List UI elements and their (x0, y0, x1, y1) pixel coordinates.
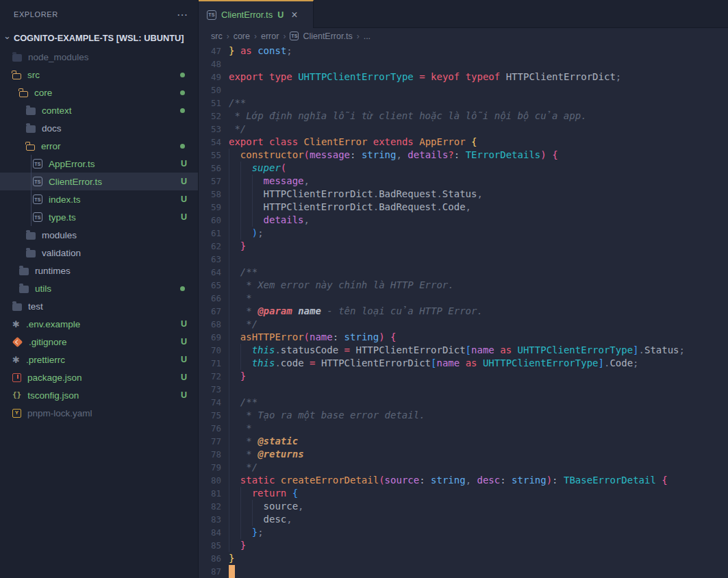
breadcrumb-item[interactable]: src (211, 32, 223, 41)
tab-clienterror-ts[interactable]: TS ClientError.ts U × (199, 0, 314, 28)
breadcrumb: src›core›error›TSClientError.ts›... (199, 28, 728, 44)
code-line-content: asHTTPError(name: string) { (229, 331, 396, 344)
line-number: 83 (199, 513, 229, 526)
code-line[interactable]: 58HTTPClientErrorDict.BadRequest.Status, (199, 188, 728, 201)
code-line[interactable]: 47} as const; (199, 45, 728, 58)
git-untracked-badge: U (181, 337, 187, 347)
code-line[interactable]: 83desc, (199, 513, 728, 526)
tree-item-core[interactable]: core (0, 84, 198, 101)
indent-guide (229, 357, 240, 370)
tree-item-apperror-ts[interactable]: TSAppError.tsU (0, 155, 198, 173)
tree-item-label: package.json (27, 373, 82, 383)
code-line-content: desc, (229, 513, 292, 526)
code-line[interactable]: 62} (199, 240, 728, 253)
tree-item--gitignore[interactable]: .gitignoreU (0, 333, 198, 351)
code-line[interactable]: 72} (199, 370, 728, 383)
tree-item-context[interactable]: context (0, 101, 198, 119)
tree-item-tsconfig-json[interactable]: {}tsconfig.jsonU (0, 386, 198, 404)
code-line[interactable]: 59HTTPClientErrorDict.BadRequest.Code, (199, 201, 728, 214)
code-editor[interactable]: 47} as const;4849export type UHTTPClient… (199, 44, 728, 578)
code-line[interactable]: 48 (199, 58, 728, 71)
line-number: 69 (199, 331, 229, 344)
close-icon[interactable]: × (291, 10, 297, 21)
code-line[interactable]: 78 * @returns (199, 448, 728, 461)
code-line[interactable]: 50 (199, 84, 728, 97)
tree-item-error[interactable]: error (0, 137, 198, 155)
breadcrumb-item-label: src (211, 32, 223, 41)
breadcrumb-item[interactable]: error (261, 32, 279, 41)
code-line[interactable]: 53 */ (199, 123, 728, 136)
code-line[interactable]: 82source, (199, 500, 728, 513)
indent-guide (229, 448, 240, 461)
tree-item-index-ts[interactable]: TSindex.tsU (0, 190, 198, 208)
code-line[interactable]: 74/** (199, 396, 728, 409)
indent-guide (252, 513, 264, 526)
tab-git-status-badge: U (277, 10, 284, 20)
tree-item-test[interactable]: test (0, 297, 198, 315)
code-line[interactable]: 81return { (199, 487, 728, 500)
code-line-content: } (229, 552, 234, 565)
workspace-root-row[interactable]: ⌄ COGNITO-EXAMPLE-TS [WSL: UBUNTU] (0, 29, 198, 47)
tree-item-node-modules[interactable]: node_modules (0, 48, 198, 66)
tree-item-type-ts[interactable]: TStype.tsU (0, 208, 198, 226)
code-line[interactable]: 64/** (199, 266, 728, 279)
code-line[interactable]: 76 * (199, 422, 728, 435)
code-line[interactable]: 85} (199, 539, 728, 552)
code-line[interactable]: 75 * Tạo ra một base error detail. (199, 409, 728, 422)
tree-item-utils[interactable]: utils (0, 279, 198, 297)
tree-item-docs[interactable]: docs (0, 119, 198, 137)
code-line-content: static createErrorDetail(source: string,… (229, 474, 668, 487)
code-line-content: * Tạo ra một base error detail. (229, 409, 425, 422)
code-line[interactable]: 77 * @static (199, 435, 728, 448)
indent-guide (240, 513, 252, 526)
code-line[interactable]: 63 (199, 253, 728, 266)
tree-item-clienterror-ts[interactable]: TSClientError.tsU (0, 173, 198, 190)
tree-item-validation[interactable]: validation (0, 244, 198, 262)
explorer-more-actions-icon[interactable]: ⋯ (177, 8, 188, 21)
code-line[interactable]: 60details, (199, 214, 728, 227)
line-number: 47 (199, 45, 229, 58)
code-line[interactable]: 84}; (199, 526, 728, 539)
folder-icon (26, 232, 36, 240)
code-line[interactable]: 67 * @param name - tên loại của HTTP Err… (199, 305, 728, 318)
code-line[interactable]: 56super( (199, 162, 728, 175)
tree-item-pnpm-lock-yaml[interactable]: Ypnpm-lock.yaml (0, 404, 198, 422)
code-line[interactable]: 54export class ClientError extends AppEr… (199, 136, 728, 149)
code-line[interactable]: 57message, (199, 175, 728, 188)
tree-item-modules[interactable]: modules (0, 226, 198, 244)
code-line[interactable]: 52 * Lớp định nghĩa lỗi từ client hoặc l… (199, 110, 728, 123)
tree-item--prettierrc[interactable]: ✱.prettierrcU (0, 351, 198, 368)
code-line[interactable]: 68 */ (199, 318, 728, 331)
folder-icon (26, 108, 36, 115)
tree-item-src[interactable]: src (0, 66, 198, 84)
breadcrumb-item[interactable]: ... (364, 32, 371, 41)
line-number: 76 (199, 422, 229, 435)
tree-item-runtimes[interactable]: runtimes (0, 262, 198, 279)
code-line[interactable]: 79 */ (199, 461, 728, 474)
indent-guide (229, 513, 240, 526)
code-line[interactable]: 70this.statusCode = HTTPClientErrorDict[… (199, 344, 728, 357)
code-line[interactable]: 69asHTTPError(name: string) { (199, 331, 728, 344)
code-line[interactable]: 51/** (199, 97, 728, 110)
code-line[interactable]: 71this.code = HTTPClientErrorDict[name a… (199, 357, 728, 370)
git-untracked-badge: U (181, 177, 187, 186)
breadcrumb-item[interactable]: core (234, 32, 250, 41)
git-untracked-badge: U (181, 355, 187, 364)
breadcrumb-item[interactable]: TSClientError.ts (290, 32, 352, 41)
code-line[interactable]: 73 (199, 383, 728, 396)
git-untracked-badge: U (181, 319, 187, 329)
line-number: 51 (199, 97, 229, 110)
code-line[interactable]: 80static createErrorDetail(source: strin… (199, 474, 728, 487)
code-line[interactable]: 49export type UHTTPClientErrorType = key… (199, 71, 728, 84)
code-line[interactable]: 86} (199, 552, 728, 565)
code-line[interactable]: 66 * (199, 292, 728, 305)
code-line[interactable]: 65 * Xem error này chính là HTTP Error. (199, 279, 728, 292)
tree-item-package-json[interactable]: package.jsonU (0, 368, 198, 386)
code-line[interactable]: 87 (199, 565, 728, 578)
code-line[interactable]: 61); (199, 227, 728, 240)
breadcrumb-item-label: ClientError.ts (303, 32, 352, 41)
code-line[interactable]: 55constructor(message: string, details?:… (199, 149, 728, 162)
tree-item--env-example[interactable]: ✱.env.exampleU (0, 315, 198, 333)
code-line-content: export class ClientError extends AppErro… (229, 136, 477, 149)
indent-guide (229, 487, 240, 500)
